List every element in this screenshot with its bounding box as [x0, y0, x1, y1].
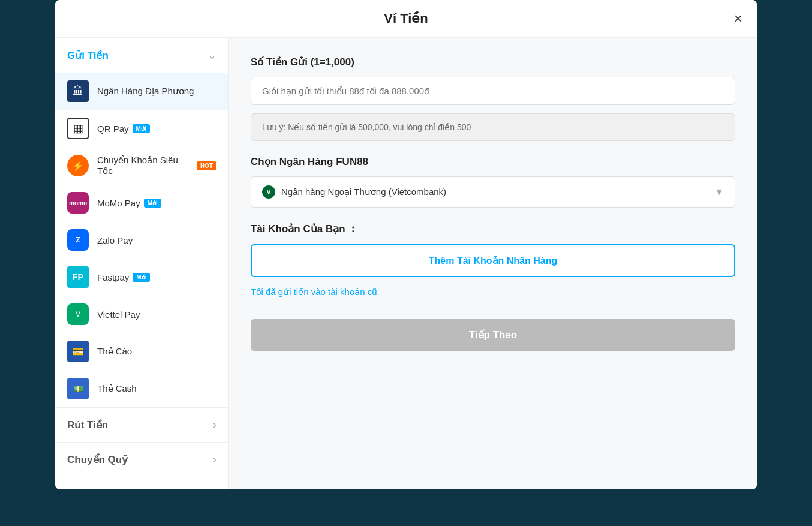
- gui-tien-section: Gửi Tiền ⌄ 🏛 Ngân Hàng Địa Phương ▦: [55, 38, 228, 408]
- qr-icon: ▦: [67, 118, 89, 139]
- zalo-label: Zalo Pay: [97, 235, 133, 245]
- account-label: Tài Khoản Của Bạn ：: [251, 222, 735, 236]
- fastpay-badge: Mới: [133, 273, 150, 282]
- sidebar-item-qr-pay[interactable]: ▦ QR Pay Mới: [55, 110, 228, 147]
- the-cao-label: Thẻ Cào: [97, 346, 132, 357]
- rut-tien-section: Rút Tiền ›: [55, 408, 228, 443]
- modal-header: Ví Tiền ×: [55, 0, 757, 38]
- ngan-hang-label: Ngân Hàng Địa Phương: [97, 86, 194, 97]
- qr-pay-label: QR Pay: [97, 124, 129, 134]
- fastpay-label: Fastpay: [97, 272, 129, 282]
- chuyen-quy-header[interactable]: Chuyển Quỹ ›: [55, 443, 228, 477]
- bank-select-label: Chọn Ngân Hàng FUN88: [251, 155, 735, 168]
- chevron-right-icon: ›: [213, 419, 216, 431]
- the-cash-label: Thẻ Cash: [97, 383, 137, 394]
- add-account-button[interactable]: Thêm Tài Khoản Nhân Hàng: [251, 244, 735, 277]
- momo-label: MoMo Pay: [97, 198, 140, 208]
- momo-badge: Mới: [144, 199, 161, 208]
- bank-icon: 🏛: [67, 80, 89, 102]
- viettel-label: Viettel Pay: [97, 309, 140, 320]
- sidebar-item-chuyen-khoan[interactable]: ⚡ Chuyển Khoản Siêu Tốc HOT: [55, 147, 228, 184]
- fastpay-icon: FP: [67, 266, 89, 288]
- gui-tien-header[interactable]: Gửi Tiền ⌄: [55, 38, 228, 73]
- vietcombank-icon: V: [262, 185, 275, 199]
- the-cash-icon: 💵: [67, 378, 89, 399]
- momo-icon: momo: [67, 192, 89, 214]
- qr-pay-badge: Mới: [133, 124, 150, 133]
- chuyen-quy-section: Chuyển Quỹ ›: [55, 443, 228, 477]
- modal-dialog: Ví Tiền × Gửi Tiền ⌄ 🏛: [55, 0, 757, 489]
- zalo-icon: Z: [67, 229, 89, 251]
- bank-select-dropdown[interactable]: V Ngân hàng Ngoại Thương (Vietcombank) ▼: [251, 176, 735, 208]
- viettel-icon: V: [67, 303, 89, 325]
- chuyen-khoan-label: Chuyển Khoản Siêu Tốc: [97, 155, 193, 176]
- rut-tien-header[interactable]: Rút Tiền ›: [55, 408, 228, 442]
- sidebar-item-momo[interactable]: momo MoMo Pay Mới: [55, 184, 228, 221]
- deposit-note: Lưu ý: Nếu số tiền gửi là 500,000, vui l…: [251, 113, 735, 141]
- deposit-input[interactable]: [251, 77, 735, 105]
- rut-tien-title: Rút Tiền: [67, 419, 108, 431]
- sidebar-item-the-cash[interactable]: 💵 Thẻ Cash: [55, 370, 228, 407]
- sidebar: Gửi Tiền ⌄ 🏛 Ngân Hàng Địa Phương ▦: [55, 38, 229, 489]
- submit-button[interactable]: Tiếp Theo: [251, 319, 735, 351]
- chevron-down-icon-2: ▼: [714, 187, 724, 197]
- old-account-link[interactable]: Tôi đã gửi tiền vào tài khoản cũ: [251, 287, 735, 297]
- sidebar-item-fastpay[interactable]: FP Fastpay Mới: [55, 259, 228, 296]
- modal-title: Ví Tiền: [384, 11, 428, 26]
- main-content: Số Tiền Gửi (1=1,000) Lưu ý: Nếu số tiền…: [229, 38, 757, 489]
- sidebar-item-the-cao[interactable]: 💳 Thẻ Cào: [55, 333, 228, 370]
- gui-tien-title: Gửi Tiền: [67, 49, 109, 62]
- sidebar-item-ngan-hang[interactable]: 🏛 Ngân Hàng Địa Phương: [55, 73, 228, 110]
- fast-transfer-icon: ⚡: [67, 155, 89, 176]
- chevron-down-icon: ⌄: [207, 49, 216, 62]
- chevron-right-icon-2: ›: [213, 453, 216, 466]
- the-cao-icon: 💳: [67, 341, 89, 362]
- chuyen-khoan-badge: HOT: [197, 161, 216, 170]
- bank-selected-name: Ngân hàng Ngoại Thương (Vietcombank): [281, 187, 714, 197]
- sidebar-item-zalo-pay[interactable]: Z Zalo Pay: [55, 221, 228, 259]
- sidebar-item-viettel-pay[interactable]: V Viettel Pay: [55, 296, 228, 333]
- deposit-label: Số Tiền Gửi (1=1,000): [251, 56, 735, 68]
- chuyen-quy-title: Chuyển Quỹ: [67, 453, 128, 466]
- close-button[interactable]: ×: [734, 11, 742, 26]
- modal-overlay: Ví Tiền × Gửi Tiền ⌄ 🏛: [0, 0, 812, 526]
- modal-body: Gửi Tiền ⌄ 🏛 Ngân Hàng Địa Phương ▦: [55, 38, 757, 489]
